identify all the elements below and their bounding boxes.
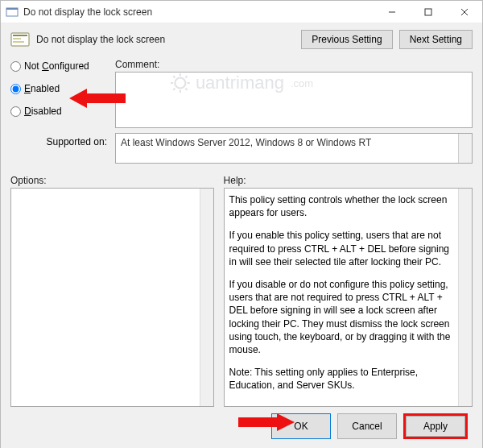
- help-label: Help:: [224, 175, 473, 186]
- state-radio-group: Not Configured Enabled Disabled: [10, 59, 115, 128]
- close-button[interactable]: [446, 1, 482, 23]
- svg-rect-1: [6, 8, 18, 10]
- gpedit-policy-dialog: Do not display the lock screen Do not di…: [0, 0, 483, 448]
- scroll-up-icon[interactable]: ▲: [463, 135, 469, 143]
- apply-button[interactable]: Apply: [406, 416, 465, 437]
- window-title: Do not display the lock screen: [23, 6, 374, 18]
- radio-not-configured-input[interactable]: [10, 61, 21, 72]
- supported-on-field: At least Windows Server 2012, Windows 8 …: [115, 133, 473, 164]
- maximize-button[interactable]: [410, 1, 446, 23]
- window-icon: [6, 6, 19, 19]
- radio-enabled-input[interactable]: [10, 84, 21, 94]
- svg-rect-8: [13, 38, 21, 39]
- svg-rect-7: [13, 35, 27, 36]
- svg-rect-9: [13, 41, 24, 43]
- help-paragraph: If you disable or do not configure this …: [229, 278, 457, 356]
- comment-label: Comment:: [115, 59, 473, 70]
- help-paragraph: This policy setting controls whether the…: [229, 193, 457, 219]
- scroll-down-icon[interactable]: ▼: [463, 154, 469, 161]
- cancel-button[interactable]: Cancel: [337, 413, 397, 439]
- supported-on-label: Supported on:: [10, 133, 115, 147]
- radio-disabled[interactable]: Disabled: [10, 106, 115, 117]
- next-setting-button[interactable]: Next Setting: [399, 30, 473, 49]
- options-panel: [10, 188, 214, 407]
- scrollbar-thumb[interactable]: [460, 190, 470, 400]
- comment-textarea[interactable]: [115, 72, 473, 128]
- supported-on-value: At least Windows Server 2012, Windows 8 …: [121, 137, 371, 148]
- ok-button[interactable]: OK: [271, 413, 331, 439]
- help-paragraph: If you enable this policy setting, users…: [229, 229, 457, 268]
- radio-not-configured[interactable]: Not Configured: [10, 60, 115, 72]
- dialog-footer: OK Cancel Apply: [10, 407, 473, 444]
- help-panel: This policy setting controls whether the…: [224, 188, 473, 407]
- policy-icon: [10, 32, 30, 47]
- apply-highlight: Apply: [403, 413, 468, 439]
- policy-title: Do not display the lock screen: [36, 34, 301, 45]
- minimize-button[interactable]: [374, 1, 410, 23]
- radio-disabled-input[interactable]: [10, 106, 21, 117]
- help-paragraph: Note: This setting only applies to Enter…: [229, 366, 457, 392]
- scrollbar-thumb[interactable]: [202, 190, 212, 206]
- options-label: Options:: [10, 175, 214, 186]
- titlebar: Do not display the lock screen: [1, 1, 482, 23]
- radio-enabled[interactable]: Enabled: [10, 83, 115, 94]
- svg-rect-3: [425, 9, 431, 15]
- previous-setting-button[interactable]: Previous Setting: [301, 30, 392, 49]
